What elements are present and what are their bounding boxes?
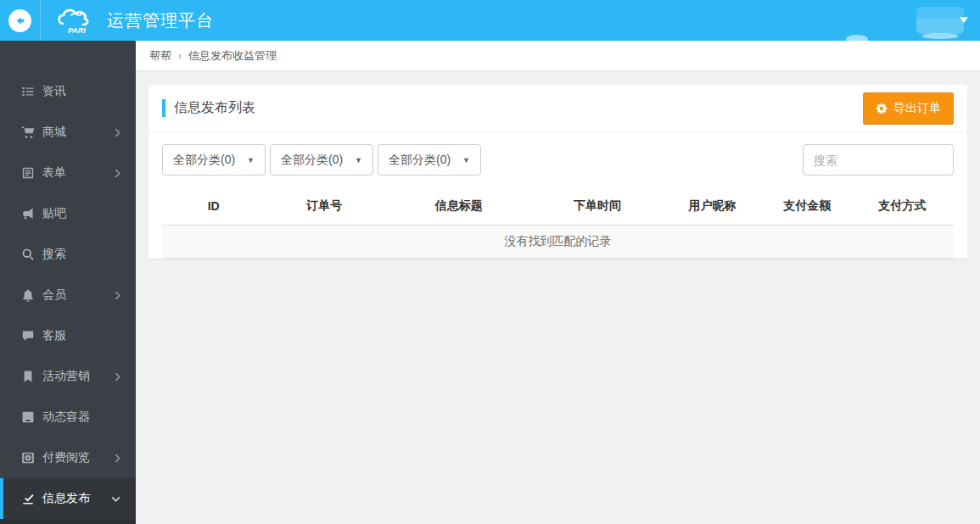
sidebar-item-paid-reading[interactable]: 付费阅览 [0, 438, 136, 478]
export-orders-button[interactable]: 导出订单 [863, 92, 954, 125]
empty-state-text: 没有找到匹配的记录 [162, 226, 954, 259]
selected-option: 全部分类(0) [281, 153, 343, 168]
app-title: 运营管理平台 [107, 9, 214, 32]
search-input[interactable] [803, 144, 954, 176]
container-icon [21, 410, 35, 424]
sidebar-item-search[interactable]: 搜索 [0, 234, 136, 275]
sidebar-item-label: 搜索 [42, 247, 120, 262]
chevron-right-icon [115, 128, 120, 137]
info-publish-panel: 信息发布列表 导出订单 全部分类(0) ▼ 全部分类(0) ▼ 全部分类(0) … [148, 85, 967, 259]
sidebar: 资讯 商城 表单 贴吧 搜索 会员 客服 活动营销 动态容器 付费阅览 [0, 41, 136, 524]
back-button[interactable] [0, 0, 41, 41]
column-header-amount: 支付金额 [764, 187, 851, 226]
page-title: 信息发布列表 [162, 99, 255, 117]
chevron-down-icon[interactable] [960, 17, 968, 23]
sidebar-item-label: 贴吧 [42, 206, 120, 221]
sidebar-item-label: 资讯 [42, 84, 120, 99]
export-button-label: 导出订单 [893, 101, 941, 116]
column-header-order-no: 订单号 [265, 187, 384, 226]
chevron-down-icon: ▼ [355, 156, 362, 164]
top-header: PARI 运营管理平台 [0, 0, 980, 41]
selected-option: 全部分类(0) [389, 153, 451, 168]
column-header-order-time: 下单时间 [534, 187, 660, 226]
cart-icon [21, 125, 35, 139]
table-header-row: ID 订单号 信息标题 下单时间 用户昵称 支付金额 支付方式 [162, 187, 954, 226]
panel-header: 信息发布列表 导出订单 [148, 85, 967, 132]
logo-text: PARI [68, 26, 86, 35]
category-filter-2[interactable]: 全部分类(0) ▼ [270, 144, 373, 176]
sidebar-item-forms[interactable]: 表单 [0, 153, 136, 193]
sidebar-item-customer-service[interactable]: 客服 [0, 315, 136, 356]
back-arrow-icon [8, 9, 31, 32]
sidebar-item-label: 商城 [42, 125, 115, 140]
column-header-nickname: 用户昵称 [661, 187, 764, 226]
bookmark-icon [21, 370, 35, 383]
header-decoration [846, 35, 868, 43]
category-filter-3[interactable]: 全部分类(0) ▼ [378, 144, 481, 176]
sidebar-item-label: 动态容器 [42, 410, 120, 425]
filter-toolbar: 全部分类(0) ▼ 全部分类(0) ▼ 全部分类(0) ▼ [148, 132, 967, 184]
list-icon [21, 85, 35, 98]
main-content: 帮帮 › 信息发布收益管理 信息发布列表 导出订单 全部分类(0) ▼ 全部分类… [136, 0, 980, 524]
column-header-pay-method: 支付方式 [851, 187, 954, 226]
sidebar-item-label: 信息发布 [42, 491, 111, 506]
comment-icon [21, 329, 35, 343]
search-icon [21, 248, 35, 261]
sidebar-item-label: 客服 [42, 328, 120, 343]
breadcrumb-item-root[interactable]: 帮帮 [149, 48, 171, 64]
empty-state-row: 没有找到匹配的记录 [162, 226, 954, 259]
sidebar-item-label: 付费阅览 [42, 450, 115, 465]
breadcrumb-item-current: 信息发布收益管理 [188, 48, 277, 64]
chevron-right-icon [115, 372, 120, 382]
category-filter-1[interactable]: 全部分类(0) ▼ [162, 144, 266, 176]
chevron-right-icon [115, 454, 120, 463]
sidebar-item-label: 活动营销 [42, 369, 115, 384]
sidebar-item-marketing[interactable]: 活动营销 [0, 356, 136, 397]
sidebar-item-news[interactable]: 资讯 [0, 71, 136, 112]
sidebar-item-label: 表单 [42, 165, 115, 181]
sidebar-item-label: 会员 [42, 287, 115, 303]
page-body: 信息发布列表 导出订单 全部分类(0) ▼ 全部分类(0) ▼ 全部分类(0) … [136, 71, 980, 524]
sidebar-submenu-area [0, 519, 136, 524]
breadcrumb: 帮帮 › 信息发布收益管理 [136, 41, 980, 71]
bullhorn-icon [21, 207, 35, 220]
sidebar-item-info-publish[interactable]: 信息发布 [0, 478, 136, 519]
column-header-id: ID [162, 187, 265, 226]
orders-table: ID 订单号 信息标题 下单时间 用户昵称 支付金额 支付方式 没有找到匹配的记… [162, 187, 954, 259]
sidebar-item-dynamic-container[interactable]: 动态容器 [0, 397, 136, 438]
logo-cloud-icon: PARI [54, 5, 102, 36]
publish-icon [21, 492, 35, 505]
gear-icon [876, 103, 888, 114]
user-menu[interactable] [916, 7, 964, 34]
sidebar-item-members[interactable]: 会员 [0, 275, 136, 315]
sidebar-item-mall[interactable]: 商城 [0, 112, 136, 153]
sidebar-item-tieba[interactable]: 贴吧 [0, 193, 136, 234]
chevron-down-icon: ▼ [462, 156, 470, 164]
chevron-right-icon [115, 291, 120, 300]
form-icon [21, 166, 35, 180]
chevron-down-icon: ▼ [247, 156, 255, 164]
breadcrumb-separator: › [178, 50, 182, 62]
column-header-title: 信息标题 [384, 187, 534, 226]
selected-option: 全部分类(0) [173, 153, 235, 168]
brand: PARI 运营管理平台 [54, 5, 214, 36]
bell-icon [21, 288, 35, 302]
chevron-right-icon [115, 169, 120, 178]
header-decoration [921, 33, 959, 39]
paid-reading-icon [21, 451, 35, 465]
chevron-down-icon [111, 496, 120, 502]
